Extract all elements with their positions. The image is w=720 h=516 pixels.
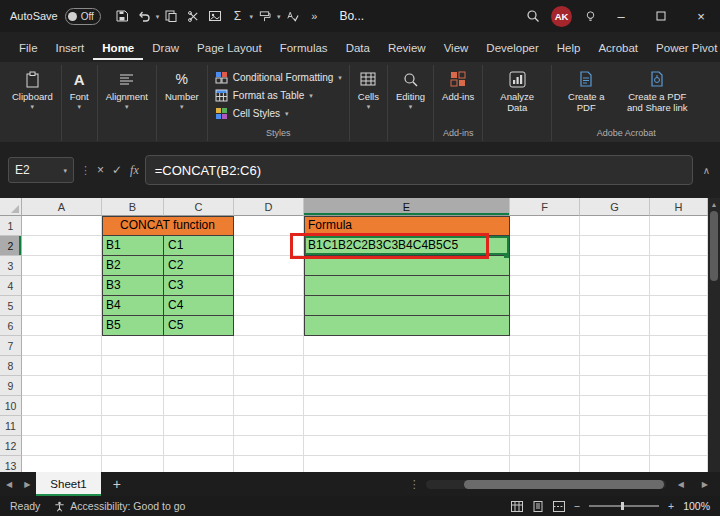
ribbon-tab-acrobat[interactable]: Acrobat xyxy=(589,35,647,60)
cell-c12[interactable] xyxy=(164,436,234,456)
scroll-up-icon[interactable]: ▲ xyxy=(711,198,718,211)
ribbon-tab-draw[interactable]: Draw xyxy=(143,35,188,60)
cell-g1[interactable] xyxy=(580,216,650,236)
confirm-entry-icon[interactable]: ✓ xyxy=(112,163,122,177)
ribbon-tab-page-layout[interactable]: Page Layout xyxy=(188,35,271,60)
cell-e12[interactable] xyxy=(304,436,510,456)
zoom-slider-knob[interactable] xyxy=(621,502,624,510)
cell-e3[interactable] xyxy=(304,256,510,276)
column-header-d[interactable]: D xyxy=(234,198,304,216)
cell-b1[interactable]: CONCAT function xyxy=(102,216,234,236)
cell-d3[interactable] xyxy=(234,256,304,276)
ribbon-tab-formulas[interactable]: Formulas xyxy=(271,35,337,60)
sum-icon[interactable]: Σ xyxy=(227,5,247,27)
cell-d7[interactable] xyxy=(234,336,304,356)
cell-a13[interactable] xyxy=(22,456,102,472)
conditional-formatting-button[interactable]: Conditional Formatting ▾ xyxy=(213,69,344,86)
ribbon-tab-developer[interactable]: Developer xyxy=(477,35,547,60)
cell-c5[interactable]: C4 xyxy=(164,296,234,316)
cell-g12[interactable] xyxy=(580,436,650,456)
ribbon-tab-power-pivot[interactable]: Power Pivot xyxy=(647,35,720,60)
cell-e13[interactable] xyxy=(304,456,510,472)
cell-g10[interactable] xyxy=(580,396,650,416)
cell-a12[interactable] xyxy=(22,436,102,456)
cell-a7[interactable] xyxy=(22,336,102,356)
cell-e9[interactable] xyxy=(304,376,510,396)
format-painter-icon[interactable] xyxy=(255,5,275,27)
cell-a2[interactable] xyxy=(22,236,102,256)
cancel-entry-icon[interactable]: × xyxy=(97,163,104,177)
normal-view-icon[interactable] xyxy=(511,501,523,512)
editing-button[interactable]: Editing ▾ xyxy=(393,66,428,110)
ribbon-tab-file[interactable]: File xyxy=(10,35,47,60)
cell-e11[interactable] xyxy=(304,416,510,436)
cell-d4[interactable] xyxy=(234,276,304,296)
analyze-data-button[interactable]: Analyze Data xyxy=(488,66,546,113)
cell-d13[interactable] xyxy=(234,456,304,472)
create-pdf-button[interactable]: Create a PDF xyxy=(557,66,615,113)
cell-c7[interactable] xyxy=(164,336,234,356)
horizontal-scrollbar[interactable] xyxy=(426,480,666,489)
cell-f7[interactable] xyxy=(510,336,580,356)
row-header-3[interactable]: 3 xyxy=(0,256,22,276)
formula-input[interactable]: =CONCAT(B2:C6) xyxy=(145,155,693,185)
cell-c9[interactable] xyxy=(164,376,234,396)
cell-f2[interactable] xyxy=(510,236,580,256)
row-header-12[interactable]: 12 xyxy=(0,436,22,456)
cell-c3[interactable]: C2 xyxy=(164,256,234,276)
row-header-10[interactable]: 10 xyxy=(0,396,22,416)
cell-f8[interactable] xyxy=(510,356,580,376)
cell-h4[interactable] xyxy=(650,276,708,296)
cell-g3[interactable] xyxy=(580,256,650,276)
cell-b4[interactable]: B3 xyxy=(102,276,164,296)
cell-h2[interactable] xyxy=(650,236,708,256)
cell-c4[interactable]: C3 xyxy=(164,276,234,296)
row-header-8[interactable]: 8 xyxy=(0,356,22,376)
cell-b11[interactable] xyxy=(102,416,164,436)
cell-f5[interactable] xyxy=(510,296,580,316)
cell-c8[interactable] xyxy=(164,356,234,376)
formula-bar-handle[interactable]: ⋮ xyxy=(80,164,91,177)
accessibility-status[interactable]: Accessibility: Good to go xyxy=(54,500,185,512)
cell-g8[interactable] xyxy=(580,356,650,376)
row-header-13[interactable]: 13 xyxy=(0,456,22,472)
minimize-button[interactable]: – xyxy=(602,0,640,32)
maximize-button[interactable] xyxy=(642,0,680,32)
column-header-e[interactable]: E xyxy=(304,198,510,216)
cell-f6[interactable] xyxy=(510,316,580,336)
picture-icon[interactable] xyxy=(205,5,225,27)
cell-d9[interactable] xyxy=(234,376,304,396)
add-sheet-button[interactable]: + xyxy=(101,476,133,492)
ribbon-tab-data[interactable]: Data xyxy=(337,35,379,60)
format-as-table-button[interactable]: Format as Table ▾ xyxy=(213,87,315,104)
cell-f11[interactable] xyxy=(510,416,580,436)
cell-h1[interactable] xyxy=(650,216,708,236)
cell-g2[interactable] xyxy=(580,236,650,256)
row-header-9[interactable]: 9 xyxy=(0,376,22,396)
cell-h3[interactable] xyxy=(650,256,708,276)
autosave-toggle[interactable]: Off xyxy=(65,8,101,25)
cell-g5[interactable] xyxy=(580,296,650,316)
copy-icon[interactable] xyxy=(161,5,181,27)
cell-d11[interactable] xyxy=(234,416,304,436)
cell-e4[interactable] xyxy=(304,276,510,296)
cell-c10[interactable] xyxy=(164,396,234,416)
cell-g4[interactable] xyxy=(580,276,650,296)
row-header-5[interactable]: 5 xyxy=(0,296,22,316)
row-header-4[interactable]: 4 xyxy=(0,276,22,296)
cell-c13[interactable] xyxy=(164,456,234,472)
cell-d10[interactable] xyxy=(234,396,304,416)
cell-f9[interactable] xyxy=(510,376,580,396)
cell-g11[interactable] xyxy=(580,416,650,436)
cell-h5[interactable] xyxy=(650,296,708,316)
cell-a5[interactable] xyxy=(22,296,102,316)
cell-e5[interactable] xyxy=(304,296,510,316)
cell-h10[interactable] xyxy=(650,396,708,416)
cell-a1[interactable] xyxy=(22,216,102,236)
cell-b3[interactable]: B2 xyxy=(102,256,164,276)
select-all-corner[interactable] xyxy=(0,198,22,216)
sheet-tab-sheet1[interactable]: Sheet1 xyxy=(36,472,100,496)
cell-b5[interactable]: B4 xyxy=(102,296,164,316)
cell-b8[interactable] xyxy=(102,356,164,376)
ribbon-tab-insert[interactable]: Insert xyxy=(47,35,94,60)
